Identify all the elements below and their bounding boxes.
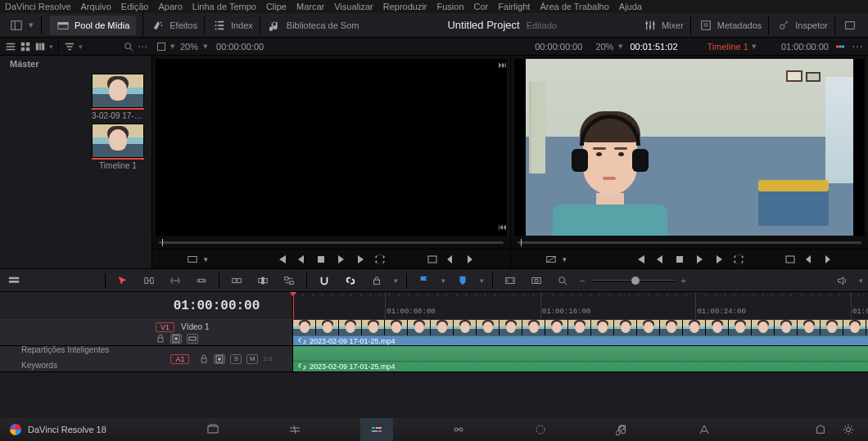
search-icon[interactable] bbox=[123, 41, 134, 52]
color-page-button[interactable] bbox=[524, 418, 557, 441]
program-scrubber[interactable] bbox=[518, 241, 862, 244]
list-view-icon[interactable] bbox=[5, 41, 16, 52]
zoom-to-fit-icon[interactable] bbox=[501, 272, 519, 289]
custom-zoom-icon[interactable] bbox=[554, 272, 572, 289]
media-clip[interactable]: 3-02-09 17-01- bbox=[92, 74, 144, 120]
loop-button[interactable] bbox=[730, 252, 748, 267]
chevron-down-icon[interactable]: ▾ bbox=[618, 41, 623, 52]
chevron-down-icon[interactable]: ▾ bbox=[394, 277, 398, 285]
master-bin-label[interactable]: Máster bbox=[0, 56, 151, 72]
chevron-down-icon[interactable]: ▾ bbox=[204, 255, 208, 263]
source-zoom[interactable]: 20% bbox=[180, 42, 198, 52]
auto-select-icon[interactable] bbox=[214, 354, 225, 364]
color-dots-icon[interactable] bbox=[834, 40, 847, 53]
video-track-badge[interactable]: V1 bbox=[156, 322, 174, 332]
track-enable-icon[interactable] bbox=[187, 334, 198, 344]
step-back-button[interactable] bbox=[292, 252, 310, 267]
go-in-button[interactable] bbox=[444, 252, 458, 267]
dynamic-trim-icon[interactable] bbox=[166, 272, 184, 289]
auto-select-icon[interactable] bbox=[170, 334, 182, 344]
project-manager-icon[interactable] bbox=[814, 423, 827, 436]
mute-button[interactable]: M bbox=[246, 354, 258, 364]
bypass-icon[interactable] bbox=[545, 253, 558, 266]
program-zoom[interactable]: 20% bbox=[595, 42, 613, 52]
sound-library-button[interactable]: Biblioteca de Som bbox=[269, 19, 359, 32]
flag-icon[interactable] bbox=[415, 272, 433, 289]
step-forward-button[interactable] bbox=[351, 252, 369, 267]
menu-item[interactable]: Clipe bbox=[266, 2, 287, 11]
menu-item[interactable]: Fairlight bbox=[498, 2, 530, 11]
timeline-ruler[interactable]: 01:00:08:0001:00:16:0001:00:24:0001:0 bbox=[293, 292, 868, 319]
fairlight-page-button[interactable] bbox=[606, 418, 639, 441]
chevron-down-icon[interactable]: ▾ bbox=[49, 43, 53, 51]
trim-tool-icon[interactable] bbox=[140, 272, 158, 289]
zoom-out-icon[interactable]: − bbox=[580, 276, 585, 286]
marker-icon[interactable] bbox=[454, 272, 472, 289]
layout-icon[interactable] bbox=[10, 19, 23, 32]
menu-dots-icon[interactable]: ⋯ bbox=[138, 41, 147, 52]
menu-item[interactable]: Reproduzir bbox=[383, 2, 427, 11]
mark-in-icon[interactable] bbox=[784, 252, 798, 267]
blade-tool-icon[interactable] bbox=[192, 272, 210, 289]
chevron-down-icon[interactable]: ▾ bbox=[859, 277, 863, 285]
menu-item[interactable]: Visualizar bbox=[334, 2, 373, 11]
play-button[interactable] bbox=[690, 252, 708, 267]
linked-selection-icon[interactable] bbox=[341, 272, 359, 289]
selection-tool-icon[interactable] bbox=[114, 272, 132, 289]
audio-clip[interactable]: 2023-02-09 17-01-25.mp4 bbox=[293, 346, 868, 371]
loop-button[interactable] bbox=[371, 252, 389, 267]
step-back-button[interactable] bbox=[651, 252, 669, 267]
fusion-page-button[interactable] bbox=[442, 418, 475, 441]
thumb-view-icon[interactable] bbox=[20, 41, 31, 52]
project-settings-icon[interactable] bbox=[842, 423, 855, 436]
active-timeline-name[interactable]: Timeline 1 bbox=[708, 42, 748, 52]
chevron-down-icon[interactable]: ▾ bbox=[748, 41, 760, 52]
go-out-button[interactable] bbox=[821, 252, 834, 267]
chevron-down-icon[interactable]: ▾ bbox=[563, 255, 567, 263]
menu-item[interactable]: Cor bbox=[474, 2, 489, 11]
deliver-page-button[interactable] bbox=[688, 418, 721, 441]
media-timeline[interactable]: Timeline 1 bbox=[92, 124, 144, 170]
chevron-down-icon[interactable]: ▾ bbox=[480, 277, 484, 285]
menu-item[interactable]: Edição bbox=[121, 2, 149, 11]
chevron-down-icon[interactable]: ▾ bbox=[441, 277, 445, 285]
mixer-button[interactable]: Mixer bbox=[644, 19, 684, 32]
snapping-icon[interactable] bbox=[315, 272, 333, 289]
chevron-down-icon[interactable]: ▾ bbox=[79, 43, 83, 51]
position-lock-icon[interactable] bbox=[368, 272, 386, 289]
menu-item[interactable]: Área de Trabalho bbox=[540, 2, 608, 11]
menu-item[interactable]: DaVinci Resolve bbox=[5, 2, 71, 11]
menu-item[interactable]: Fusion bbox=[437, 2, 464, 11]
chevron-down-icon[interactable]: ▾ bbox=[28, 19, 34, 32]
audio-track-badge[interactable]: A1 bbox=[170, 354, 189, 364]
video-clip[interactable]: 2023-02-09 17-01-25.mp4 bbox=[293, 320, 868, 345]
go-out-button[interactable] bbox=[463, 252, 477, 267]
audio-monitor-icon[interactable] bbox=[833, 272, 851, 289]
keywords-bin[interactable]: Keywords bbox=[0, 358, 152, 373]
insert-icon[interactable] bbox=[228, 272, 246, 289]
lock-icon[interactable] bbox=[199, 354, 209, 364]
zoom-in-icon[interactable]: + bbox=[681, 276, 686, 286]
first-frame-button[interactable] bbox=[631, 252, 649, 267]
go-in-button[interactable] bbox=[802, 252, 816, 267]
menu-item[interactable]: Linha de Tempo bbox=[192, 2, 256, 11]
metadata-button[interactable]: Metadados bbox=[699, 19, 762, 32]
menu-item[interactable]: Ajuda bbox=[619, 2, 642, 11]
edit-page-button[interactable] bbox=[360, 418, 393, 441]
menu-item[interactable]: Arquivo bbox=[81, 2, 111, 11]
program-canvas[interactable] bbox=[514, 59, 866, 236]
fullscreen-icon[interactable] bbox=[843, 19, 857, 32]
index-button[interactable]: Index bbox=[213, 19, 253, 32]
step-back-icon[interactable]: ⏮ bbox=[497, 221, 509, 232]
stop-button[interactable] bbox=[671, 252, 689, 267]
media-page-button[interactable] bbox=[197, 418, 229, 441]
solo-button[interactable]: S bbox=[230, 354, 242, 364]
smart-bins-label[interactable]: Repartições Inteligentes bbox=[0, 342, 152, 358]
first-frame-button[interactable] bbox=[273, 252, 291, 267]
chevron-down-icon[interactable]: ▾ bbox=[170, 41, 175, 52]
chevron-down-icon[interactable]: ▾ bbox=[203, 41, 208, 52]
stop-button[interactable] bbox=[312, 252, 330, 267]
detail-zoom-icon[interactable] bbox=[527, 272, 545, 289]
play-button[interactable] bbox=[332, 252, 350, 267]
timeline-view-options-icon[interactable] bbox=[5, 272, 23, 289]
